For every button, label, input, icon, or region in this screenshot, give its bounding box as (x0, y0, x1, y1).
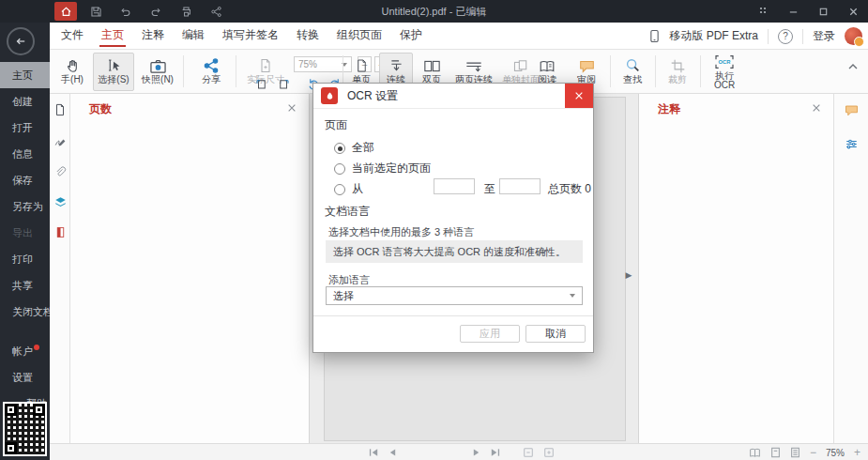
maximize-button[interactable] (808, 0, 838, 23)
ribbon-options-icon[interactable] (748, 0, 778, 23)
separator (236, 55, 236, 87)
panel-collapse-arrow-icon[interactable]: ▶ (623, 263, 634, 287)
qr-code (3, 402, 47, 456)
previous-page-button[interactable] (388, 448, 397, 457)
tab-fill-sign[interactable]: 填写并签名 (221, 23, 281, 50)
snapshot-tool-button[interactable]: 快照(N) (136, 53, 179, 91)
user-avatar[interactable] (845, 27, 862, 45)
layers-panel-icon[interactable] (52, 193, 69, 210)
bookmark-panel-icon[interactable] (52, 223, 69, 240)
home-icon[interactable] (54, 2, 77, 21)
close-window-button[interactable] (838, 0, 868, 23)
hand-icon (65, 54, 81, 74)
sidebar-item-print[interactable]: 打印 (0, 246, 50, 272)
titlebar: Untitled(2).pdf - 已编辑 (0, 0, 868, 23)
tab-convert[interactable]: 转换 (295, 23, 321, 50)
sidebar-item-settings[interactable]: 设置 (0, 364, 50, 391)
next-page-button[interactable] (472, 448, 480, 457)
pages-section-label: 页面 (325, 117, 347, 133)
print-icon[interactable] (175, 2, 197, 21)
attachments-panel-icon[interactable] (52, 163, 69, 180)
book-view-icon[interactable] (749, 448, 761, 458)
radio-button-icon (334, 163, 345, 175)
sidebar-item-create[interactable]: 创建 (0, 88, 50, 115)
fit-width-icon[interactable] (790, 447, 800, 458)
continuous-icon (388, 54, 404, 74)
share-tool-button[interactable]: 分享 (190, 53, 232, 91)
tab-edit[interactable]: 编辑 (180, 23, 206, 50)
sidebar-item-share[interactable]: 共享 (0, 272, 50, 299)
last-page-button[interactable] (490, 448, 500, 457)
collapse-ribbon-button[interactable] (847, 63, 859, 70)
add-language-label: 添加语言 (328, 273, 370, 287)
pages-panel: 页数 (70, 94, 310, 443)
tab-protect[interactable]: 保护 (398, 23, 424, 50)
sidebar-item-home[interactable]: 主页 (0, 62, 50, 88)
separator (655, 55, 656, 87)
sidebar-item-open[interactable]: 打开 (0, 115, 50, 141)
close-icon[interactable] (284, 100, 299, 115)
two-page-icon (423, 54, 441, 74)
notification-badge (34, 345, 39, 350)
login-link[interactable]: 登录 (813, 28, 835, 44)
sidebar-item-account[interactable]: 帐户 (0, 338, 50, 364)
mobile-app-link[interactable]: 移动版 PDF Extra (669, 28, 758, 44)
question-help-icon[interactable]: ? (778, 29, 793, 44)
find-button[interactable]: 查找 (614, 53, 651, 91)
status-zoom-in-button[interactable]: + (854, 446, 860, 459)
separate-cover-icon (512, 54, 529, 74)
redo-icon[interactable] (145, 2, 167, 21)
language-section-label: 文档语言 (325, 204, 370, 220)
undo-icon[interactable] (114, 2, 137, 21)
dialog-close-button[interactable] (565, 84, 593, 108)
radio-current-pages[interactable]: 当前选定的页面 (334, 161, 431, 176)
rotate-page-right-button[interactable] (275, 77, 292, 91)
language-select[interactable]: 选择 (326, 286, 583, 305)
status-zoom-out-button[interactable]: − (810, 446, 816, 459)
tab-home[interactable]: 主页 (99, 23, 126, 50)
svg-text:OCR: OCR (719, 59, 732, 65)
tab-file[interactable]: 文件 (59, 23, 85, 50)
mobile-phone-icon (649, 29, 660, 43)
close-icon[interactable] (809, 100, 824, 115)
filter-sliders-icon[interactable] (843, 135, 860, 152)
radio-all-pages[interactable]: 全部 (334, 140, 374, 156)
sidebar-item-info[interactable]: 信息 (0, 141, 50, 167)
signature-panel-icon[interactable] (52, 133, 69, 150)
radio-page-range[interactable]: 从 (334, 181, 363, 197)
fit-page-icon[interactable] (770, 447, 781, 458)
minimize-button[interactable] (778, 0, 808, 23)
cancel-button[interactable]: 取消 (525, 325, 586, 343)
comments-panel-header: 注释 (639, 94, 833, 122)
pages-panel-icon[interactable] (52, 101, 69, 118)
language-info-box: 选择 OCR 语言将大大提高 OCR 的速度和准确性。 (326, 240, 583, 263)
to-label: 至 (484, 181, 495, 197)
save-icon[interactable] (84, 2, 107, 21)
dialog-titlebar: OCR 设置 (313, 84, 593, 109)
prev-view-icon (523, 447, 534, 458)
left-panel-strip (50, 94, 70, 443)
dialog-title: OCR 设置 (347, 88, 398, 104)
from-page-input[interactable] (434, 178, 475, 194)
status-zoom-level[interactable]: 75% (826, 448, 845, 458)
sidebar-item-save-as[interactable]: 另存为 (0, 193, 50, 220)
run-ocr-button[interactable]: OCR 执行OCR (704, 53, 745, 91)
back-button[interactable] (7, 27, 35, 55)
comments-panel-toggle-icon[interactable] (843, 101, 860, 118)
hand-tool-button[interactable]: 手(H) (53, 53, 91, 91)
rotate-page-left-button[interactable] (252, 77, 269, 91)
sidebar-item-close-document[interactable]: 关闭文档 (0, 299, 50, 325)
ocr-icon: OCR (714, 54, 735, 70)
tab-comment[interactable]: 注释 (140, 23, 166, 50)
total-pages-label: 总页数 0 (548, 181, 591, 197)
first-page-button[interactable] (369, 448, 379, 457)
tab-organize-pages[interactable]: 组织页面 (335, 23, 384, 50)
sidebar-item-save[interactable]: 保存 (0, 167, 50, 193)
apply-button: 应用 (460, 325, 520, 343)
share-icon[interactable] (205, 2, 227, 21)
to-page-input[interactable] (499, 178, 541, 194)
select-tool-button[interactable]: 选择(S) (93, 53, 134, 91)
pdf-extra-logo-icon (321, 87, 338, 104)
single-page-icon (355, 54, 369, 74)
comments-panel: 注释 (638, 94, 833, 443)
